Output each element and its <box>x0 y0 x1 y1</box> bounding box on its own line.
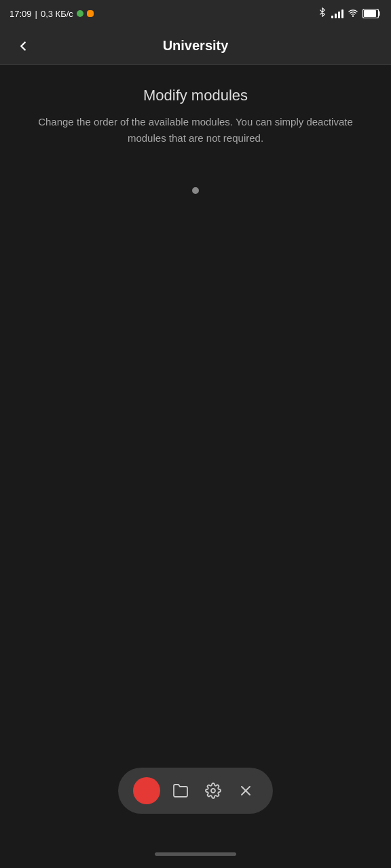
folder-button[interactable] <box>166 776 196 806</box>
record-icon <box>133 777 160 804</box>
nav-title: University <box>163 38 229 54</box>
main-content: Modify modules Change the order of the a… <box>0 65 391 194</box>
signal-green-dot <box>77 10 83 17</box>
battery-icon <box>362 9 381 18</box>
signal-bars-icon <box>331 9 343 18</box>
status-bar: 17:09 | 0,3 КБ/с <box>0 0 391 27</box>
settings-icon <box>205 783 221 799</box>
nav-bar: University <box>0 27 391 65</box>
wifi-icon <box>348 8 358 20</box>
record-button[interactable] <box>130 774 163 807</box>
bottom-action-bar <box>118 768 273 814</box>
status-divider: | <box>35 9 37 19</box>
signal-orange-dot <box>87 10 94 17</box>
status-bar-right <box>318 7 381 20</box>
svg-point-3 <box>211 789 215 793</box>
svg-point-0 <box>352 16 353 16</box>
back-button[interactable] <box>11 34 35 58</box>
page-heading: Modify modules <box>19 87 372 104</box>
status-data: 0,3 КБ/с <box>41 9 73 19</box>
close-icon <box>238 783 254 799</box>
settings-button[interactable] <box>198 776 228 806</box>
svg-rect-2 <box>364 10 376 17</box>
page-description: Change the order of the available module… <box>19 114 372 146</box>
loading-indicator <box>192 187 199 194</box>
bluetooth-icon <box>318 7 327 20</box>
home-indicator <box>155 852 236 856</box>
status-bar-left: 17:09 | 0,3 КБ/с <box>10 9 94 19</box>
status-time: 17:09 <box>10 9 32 19</box>
folder-icon <box>172 783 189 799</box>
close-button[interactable] <box>231 776 261 806</box>
